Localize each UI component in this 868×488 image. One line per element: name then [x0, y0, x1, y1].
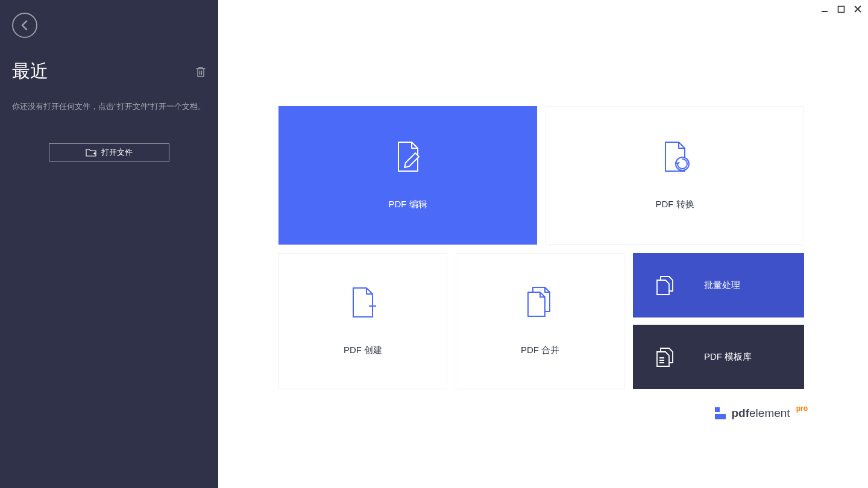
recent-empty-hint: 你还没有打开任何文件，点击"打开文件"打开一个文档。 [12, 101, 206, 113]
trash-icon[interactable] [195, 66, 206, 78]
tile-batch-process[interactable]: 批量处理 [633, 253, 804, 318]
file-create-icon [348, 287, 377, 318]
sidebar: 最近 你还没有打开任何文件，点击"打开文件"打开一个文档。 打开文件 [0, 0, 218, 488]
tile-batch-label: 批量处理 [704, 280, 740, 291]
files-stack-icon [656, 275, 674, 296]
file-edit-icon [394, 141, 423, 172]
svg-rect-0 [838, 6, 844, 12]
tile-pdf-edit[interactable]: PDF 编辑 [278, 106, 537, 245]
file-merge-icon [524, 286, 556, 319]
tile-pdf-convert[interactable]: PDF 转换 [546, 106, 804, 245]
sidebar-title: 最近 [12, 59, 48, 84]
minimize-icon[interactable] [820, 5, 829, 13]
folder-icon [86, 148, 96, 157]
tile-pdf-merge[interactable]: PDF 合并 [456, 253, 624, 389]
close-icon[interactable] [854, 5, 862, 13]
tile-pdf-convert-label: PDF 转换 [655, 199, 694, 210]
file-convert-icon [661, 141, 690, 172]
brand-logo-area: pdfelement pro [715, 407, 808, 420]
main-area: PDF 编辑 PDF 转换 [218, 0, 868, 488]
chevron-left-icon [20, 20, 29, 31]
tile-template-library[interactable]: PDF 模板库 [633, 325, 804, 389]
tile-template-label: PDF 模板库 [704, 351, 752, 363]
open-file-button[interactable]: 打开文件 [49, 143, 169, 161]
maximize-icon[interactable] [837, 5, 845, 13]
tile-pdf-create-label: PDF 创建 [344, 345, 382, 356]
tile-pdf-merge-label: PDF 合并 [521, 345, 559, 356]
brand-name: pdfelement [732, 407, 790, 420]
brand-suffix: pro [796, 404, 808, 413]
template-icon [656, 347, 674, 368]
brand-mark-icon [715, 407, 726, 419]
tile-pdf-edit-label: PDF 编辑 [388, 199, 427, 210]
open-file-label: 打开文件 [101, 147, 133, 158]
back-button[interactable] [12, 13, 37, 38]
tile-pdf-create[interactable]: PDF 创建 [278, 253, 447, 389]
